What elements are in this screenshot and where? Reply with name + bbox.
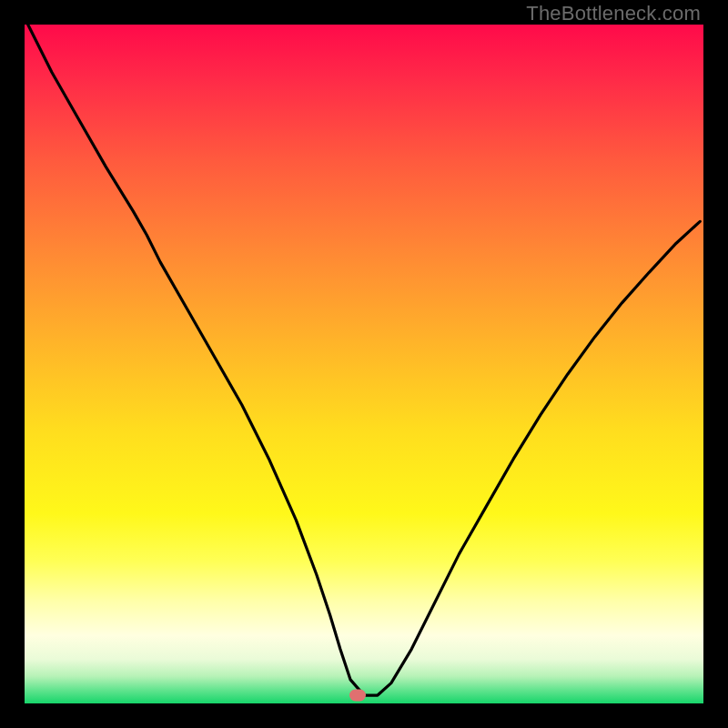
plot-area [25,25,703,703]
minimum-marker [349,690,366,702]
chart-stage: TheBottleneck.com [0,0,728,728]
watermark-text: TheBottleneck.com [526,2,701,25]
bottleneck-curve [28,25,701,695]
curve-layer [25,25,703,703]
